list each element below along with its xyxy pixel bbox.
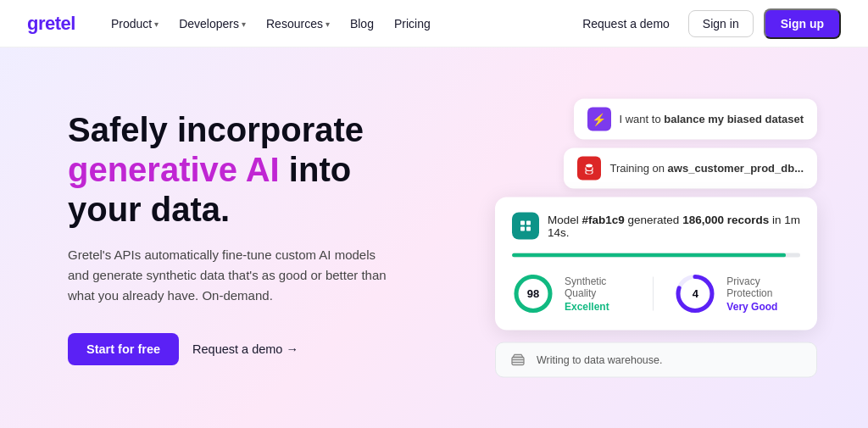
chevron-down-icon: ▾ (242, 19, 246, 29)
lightning-icon: ⚡ (587, 107, 611, 131)
hero-section: Safely incorporate generative AI intoyou… (0, 47, 868, 428)
balance-text: I want to balance my biased dataset (620, 113, 804, 125)
warehouse-text: Writing to data warehouse. (537, 353, 662, 365)
results-card: Model #fab1c9 generated 186,000 records … (495, 197, 817, 330)
hero-content: Safely incorporate generative AI intoyou… (0, 110, 390, 366)
privacy-info: Privacy Protection Very Good (726, 275, 800, 312)
metrics-row: 98 Synthetic Quality Excellent (512, 272, 800, 314)
svg-rect-3 (526, 226, 531, 231)
nav-item-resources[interactable]: Resources ▾ (258, 12, 338, 36)
svg-rect-0 (520, 220, 525, 225)
hero-cta-group: Start for free Request a demo → (68, 333, 390, 365)
quality-status: Excellent (565, 300, 632, 312)
privacy-status: Very Good (726, 300, 800, 312)
quality-label: Synthetic Quality (565, 275, 632, 298)
quality-gauge: 98 (512, 272, 554, 314)
request-demo-button[interactable]: Request a demo → (192, 342, 298, 356)
nav-item-pricing[interactable]: Pricing (386, 12, 439, 36)
hero-title: Safely incorporate generative AI intoyou… (68, 110, 390, 231)
hero-panel: ⚡ I want to balance my biased dataset Tr… (495, 98, 817, 377)
quality-info: Synthetic Quality Excellent (565, 275, 632, 312)
card-header: Model #fab1c9 generated 186,000 records … (512, 212, 800, 239)
hero-subtitle: Gretel's APIs automatically fine-tune cu… (68, 245, 390, 306)
privacy-gauge: 4 (674, 272, 716, 314)
training-bubble: Training on aws_customer_prod_db... (564, 147, 817, 188)
chevron-down-icon: ▾ (154, 19, 159, 29)
training-text: Training on aws_customer_prod_db... (609, 162, 804, 175)
balance-bubble: ⚡ I want to balance my biased dataset (574, 98, 818, 139)
model-icon (512, 212, 539, 239)
request-demo-link[interactable]: Request a demo (574, 12, 678, 36)
start-free-button[interactable]: Start for free (68, 333, 179, 365)
chevron-down-icon: ▾ (326, 19, 330, 29)
progress-bar-fill (512, 253, 786, 257)
nav-item-developers[interactable]: Developers ▾ (170, 12, 254, 36)
warehouse-icon (508, 349, 528, 370)
svg-rect-8 (512, 357, 524, 364)
nav-item-blog[interactable]: Blog (342, 12, 382, 36)
synthetic-quality-metric: 98 Synthetic Quality Excellent (512, 272, 632, 314)
logo[interactable]: gretel (27, 13, 75, 35)
sign-in-button[interactable]: Sign in (688, 10, 754, 37)
metric-divider (653, 276, 654, 310)
privacy-label: Privacy Protection (726, 275, 800, 298)
data-icon (577, 156, 601, 180)
svg-rect-2 (520, 226, 525, 231)
privacy-metric: 4 Privacy Protection Very Good (674, 272, 800, 314)
card-header-text: Model #fab1c9 generated 186,000 records … (548, 213, 800, 238)
nav-item-product[interactable]: Product ▾ (103, 12, 167, 36)
navbar: gretel Product ▾ Developers ▾ Resources … (0, 0, 868, 47)
progress-bar-track (512, 253, 800, 257)
nav-links: Product ▾ Developers ▾ Resources ▾ Blog … (103, 12, 574, 36)
sign-up-button[interactable]: Sign up (764, 8, 841, 39)
svg-rect-1 (526, 220, 531, 225)
warehouse-bubble: Writing to data warehouse. (495, 342, 817, 377)
nav-actions: Request a demo Sign in Sign up (574, 8, 841, 39)
